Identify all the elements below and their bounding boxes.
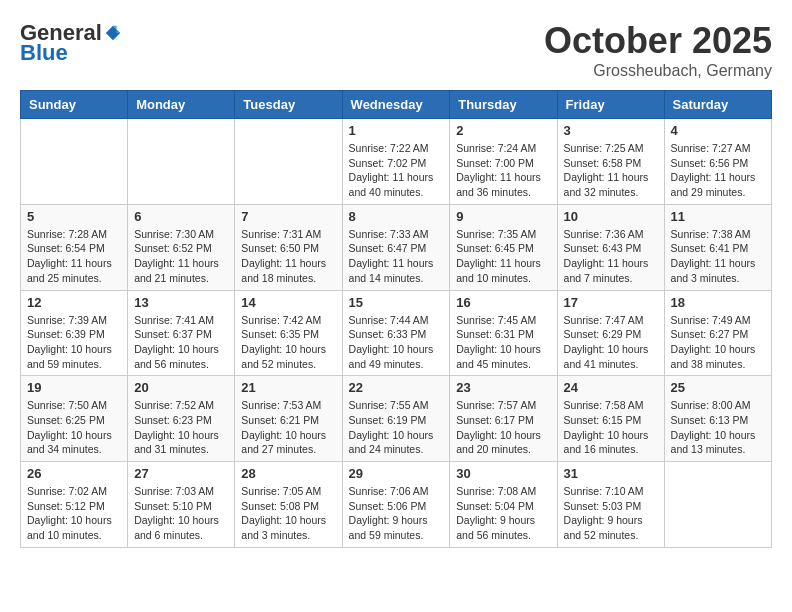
calendar-cell: 22Sunrise: 7:55 AM Sunset: 6:19 PM Dayli… bbox=[342, 376, 450, 462]
day-info: Sunrise: 7:33 AM Sunset: 6:47 PM Dayligh… bbox=[349, 227, 444, 286]
day-info: Sunrise: 7:55 AM Sunset: 6:19 PM Dayligh… bbox=[349, 398, 444, 457]
day-info: Sunrise: 7:22 AM Sunset: 7:02 PM Dayligh… bbox=[349, 141, 444, 200]
day-number: 17 bbox=[564, 295, 658, 310]
day-info: Sunrise: 7:05 AM Sunset: 5:08 PM Dayligh… bbox=[241, 484, 335, 543]
calendar-week-4: 19Sunrise: 7:50 AM Sunset: 6:25 PM Dayli… bbox=[21, 376, 772, 462]
calendar-cell: 4Sunrise: 7:27 AM Sunset: 6:56 PM Daylig… bbox=[664, 119, 771, 205]
day-number: 7 bbox=[241, 209, 335, 224]
day-number: 28 bbox=[241, 466, 335, 481]
calendar-week-1: 1Sunrise: 7:22 AM Sunset: 7:02 PM Daylig… bbox=[21, 119, 772, 205]
day-number: 1 bbox=[349, 123, 444, 138]
day-info: Sunrise: 8:00 AM Sunset: 6:13 PM Dayligh… bbox=[671, 398, 765, 457]
day-number: 3 bbox=[564, 123, 658, 138]
day-number: 24 bbox=[564, 380, 658, 395]
calendar-cell: 16Sunrise: 7:45 AM Sunset: 6:31 PM Dayli… bbox=[450, 290, 557, 376]
calendar-cell: 1Sunrise: 7:22 AM Sunset: 7:02 PM Daylig… bbox=[342, 119, 450, 205]
day-number: 5 bbox=[27, 209, 121, 224]
day-info: Sunrise: 7:35 AM Sunset: 6:45 PM Dayligh… bbox=[456, 227, 550, 286]
calendar-cell: 19Sunrise: 7:50 AM Sunset: 6:25 PM Dayli… bbox=[21, 376, 128, 462]
day-info: Sunrise: 7:41 AM Sunset: 6:37 PM Dayligh… bbox=[134, 313, 228, 372]
calendar-cell: 17Sunrise: 7:47 AM Sunset: 6:29 PM Dayli… bbox=[557, 290, 664, 376]
calendar-cell: 6Sunrise: 7:30 AM Sunset: 6:52 PM Daylig… bbox=[128, 204, 235, 290]
day-info: Sunrise: 7:57 AM Sunset: 6:17 PM Dayligh… bbox=[456, 398, 550, 457]
calendar-cell: 24Sunrise: 7:58 AM Sunset: 6:15 PM Dayli… bbox=[557, 376, 664, 462]
calendar-header-sunday: Sunday bbox=[21, 91, 128, 119]
day-number: 22 bbox=[349, 380, 444, 395]
day-number: 10 bbox=[564, 209, 658, 224]
day-info: Sunrise: 7:24 AM Sunset: 7:00 PM Dayligh… bbox=[456, 141, 550, 200]
calendar-week-2: 5Sunrise: 7:28 AM Sunset: 6:54 PM Daylig… bbox=[21, 204, 772, 290]
day-info: Sunrise: 7:44 AM Sunset: 6:33 PM Dayligh… bbox=[349, 313, 444, 372]
calendar-cell: 9Sunrise: 7:35 AM Sunset: 6:45 PM Daylig… bbox=[450, 204, 557, 290]
calendar-cell bbox=[128, 119, 235, 205]
logo-blue: Blue bbox=[20, 40, 68, 66]
day-number: 27 bbox=[134, 466, 228, 481]
day-info: Sunrise: 7:03 AM Sunset: 5:10 PM Dayligh… bbox=[134, 484, 228, 543]
day-info: Sunrise: 7:08 AM Sunset: 5:04 PM Dayligh… bbox=[456, 484, 550, 543]
logo: General Blue bbox=[20, 20, 122, 66]
day-info: Sunrise: 7:27 AM Sunset: 6:56 PM Dayligh… bbox=[671, 141, 765, 200]
calendar-header-saturday: Saturday bbox=[664, 91, 771, 119]
calendar-header-row: SundayMondayTuesdayWednesdayThursdayFrid… bbox=[21, 91, 772, 119]
day-number: 31 bbox=[564, 466, 658, 481]
day-number: 30 bbox=[456, 466, 550, 481]
calendar-table: SundayMondayTuesdayWednesdayThursdayFrid… bbox=[20, 90, 772, 548]
calendar-cell: 15Sunrise: 7:44 AM Sunset: 6:33 PM Dayli… bbox=[342, 290, 450, 376]
location: Grossheubach, Germany bbox=[544, 62, 772, 80]
day-number: 29 bbox=[349, 466, 444, 481]
calendar-cell: 7Sunrise: 7:31 AM Sunset: 6:50 PM Daylig… bbox=[235, 204, 342, 290]
day-number: 14 bbox=[241, 295, 335, 310]
calendar-cell: 8Sunrise: 7:33 AM Sunset: 6:47 PM Daylig… bbox=[342, 204, 450, 290]
calendar-cell: 18Sunrise: 7:49 AM Sunset: 6:27 PM Dayli… bbox=[664, 290, 771, 376]
day-info: Sunrise: 7:30 AM Sunset: 6:52 PM Dayligh… bbox=[134, 227, 228, 286]
calendar-cell: 29Sunrise: 7:06 AM Sunset: 5:06 PM Dayli… bbox=[342, 462, 450, 548]
calendar-header-monday: Monday bbox=[128, 91, 235, 119]
calendar-header-wednesday: Wednesday bbox=[342, 91, 450, 119]
day-info: Sunrise: 7:39 AM Sunset: 6:39 PM Dayligh… bbox=[27, 313, 121, 372]
calendar-cell bbox=[21, 119, 128, 205]
day-number: 12 bbox=[27, 295, 121, 310]
calendar-cell: 2Sunrise: 7:24 AM Sunset: 7:00 PM Daylig… bbox=[450, 119, 557, 205]
calendar-header-thursday: Thursday bbox=[450, 91, 557, 119]
day-info: Sunrise: 7:47 AM Sunset: 6:29 PM Dayligh… bbox=[564, 313, 658, 372]
day-info: Sunrise: 7:31 AM Sunset: 6:50 PM Dayligh… bbox=[241, 227, 335, 286]
day-number: 4 bbox=[671, 123, 765, 138]
calendar-cell: 28Sunrise: 7:05 AM Sunset: 5:08 PM Dayli… bbox=[235, 462, 342, 548]
day-info: Sunrise: 7:45 AM Sunset: 6:31 PM Dayligh… bbox=[456, 313, 550, 372]
calendar-week-3: 12Sunrise: 7:39 AM Sunset: 6:39 PM Dayli… bbox=[21, 290, 772, 376]
day-info: Sunrise: 7:52 AM Sunset: 6:23 PM Dayligh… bbox=[134, 398, 228, 457]
calendar-cell: 30Sunrise: 7:08 AM Sunset: 5:04 PM Dayli… bbox=[450, 462, 557, 548]
calendar-cell: 25Sunrise: 8:00 AM Sunset: 6:13 PM Dayli… bbox=[664, 376, 771, 462]
day-info: Sunrise: 7:28 AM Sunset: 6:54 PM Dayligh… bbox=[27, 227, 121, 286]
calendar-cell: 10Sunrise: 7:36 AM Sunset: 6:43 PM Dayli… bbox=[557, 204, 664, 290]
calendar-cell: 20Sunrise: 7:52 AM Sunset: 6:23 PM Dayli… bbox=[128, 376, 235, 462]
calendar-cell: 27Sunrise: 7:03 AM Sunset: 5:10 PM Dayli… bbox=[128, 462, 235, 548]
day-number: 26 bbox=[27, 466, 121, 481]
day-number: 6 bbox=[134, 209, 228, 224]
day-number: 11 bbox=[671, 209, 765, 224]
day-number: 13 bbox=[134, 295, 228, 310]
calendar-cell: 31Sunrise: 7:10 AM Sunset: 5:03 PM Dayli… bbox=[557, 462, 664, 548]
logo-icon bbox=[104, 24, 122, 42]
day-number: 18 bbox=[671, 295, 765, 310]
calendar-cell: 12Sunrise: 7:39 AM Sunset: 6:39 PM Dayli… bbox=[21, 290, 128, 376]
calendar-cell: 3Sunrise: 7:25 AM Sunset: 6:58 PM Daylig… bbox=[557, 119, 664, 205]
day-info: Sunrise: 7:36 AM Sunset: 6:43 PM Dayligh… bbox=[564, 227, 658, 286]
day-number: 15 bbox=[349, 295, 444, 310]
calendar-cell: 14Sunrise: 7:42 AM Sunset: 6:35 PM Dayli… bbox=[235, 290, 342, 376]
calendar-header-tuesday: Tuesday bbox=[235, 91, 342, 119]
day-info: Sunrise: 7:42 AM Sunset: 6:35 PM Dayligh… bbox=[241, 313, 335, 372]
day-info: Sunrise: 7:25 AM Sunset: 6:58 PM Dayligh… bbox=[564, 141, 658, 200]
calendar-cell: 23Sunrise: 7:57 AM Sunset: 6:17 PM Dayli… bbox=[450, 376, 557, 462]
day-info: Sunrise: 7:02 AM Sunset: 5:12 PM Dayligh… bbox=[27, 484, 121, 543]
day-info: Sunrise: 7:10 AM Sunset: 5:03 PM Dayligh… bbox=[564, 484, 658, 543]
day-number: 19 bbox=[27, 380, 121, 395]
day-number: 8 bbox=[349, 209, 444, 224]
calendar-cell: 26Sunrise: 7:02 AM Sunset: 5:12 PM Dayli… bbox=[21, 462, 128, 548]
day-number: 9 bbox=[456, 209, 550, 224]
day-info: Sunrise: 7:49 AM Sunset: 6:27 PM Dayligh… bbox=[671, 313, 765, 372]
title-block: October 2025 Grossheubach, Germany bbox=[544, 20, 772, 80]
day-number: 23 bbox=[456, 380, 550, 395]
calendar-cell: 13Sunrise: 7:41 AM Sunset: 6:37 PM Dayli… bbox=[128, 290, 235, 376]
day-number: 2 bbox=[456, 123, 550, 138]
